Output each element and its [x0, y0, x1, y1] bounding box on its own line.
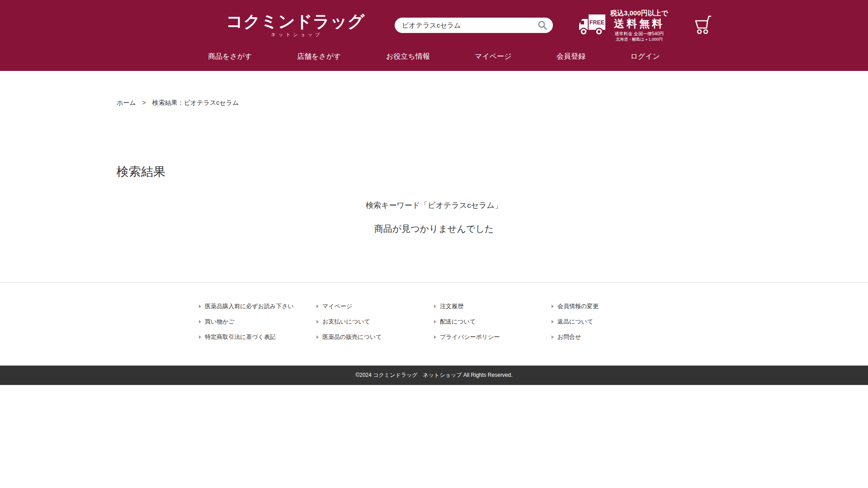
delivery-truck-icon: FREE	[578, 12, 607, 38]
footer-link-label: 買い物かご	[205, 318, 235, 325]
footer-links: 医薬品購入前に必ずお読み下さい 買い物かご 特定商取引法に基づく表記 マイページ…	[199, 283, 669, 366]
search-keyword-text: 検索キーワード「ビオテラスcセラム」	[117, 200, 751, 211]
chevron-right-icon	[434, 335, 436, 339]
breadcrumb-home-link[interactable]: ホーム	[117, 99, 136, 106]
footer-link-privacy-policy[interactable]: プライバシーポリシー	[434, 333, 552, 340]
chevron-right-icon	[316, 305, 319, 308]
search-box	[395, 18, 553, 33]
breadcrumb-current: 検索結果：ビオテラスcセラム	[152, 99, 239, 106]
footer-link-label: 医薬品の販売について	[322, 333, 382, 340]
breadcrumb: ホーム > 検索結果：ビオテラスcセラム	[117, 71, 751, 107]
footer-link-label: 特定商取引法に基づく表記	[205, 333, 276, 340]
footer-link-label: 医薬品購入前に必ずお読み下さい	[205, 303, 294, 310]
footer-link-returns[interactable]: 返品について	[552, 318, 669, 325]
truck-free-label: FREE	[590, 19, 604, 26]
footer-link-label: 注文履歴	[440, 303, 463, 310]
footer-link-mypage[interactable]: マイページ	[316, 303, 434, 310]
nav-item-products[interactable]: 商品をさがす	[208, 52, 252, 61]
footer-column-1: 医薬品購入前に必ずお読み下さい 買い物かご 特定商取引法に基づく表記	[199, 303, 316, 340]
nav-item-mypage[interactable]: マイページ	[475, 52, 512, 61]
free-shipping-banner: FREE 税込3,000円以上で 送料無料 通常料金 全国一律540円 北海道・…	[578, 9, 668, 42]
site-header: コクミンドラッグ ネットショップ FREE	[0, 0, 868, 71]
shipping-text: 税込3,000円以上で 送料無料 通常料金 全国一律540円 北海道・離島は＋1…	[610, 9, 668, 42]
footer-column-4: 会員情報の変更 返品について お問合せ	[552, 303, 669, 340]
main-content: 検索結果 検索キーワード「ビオテラスcセラム」 商品が見つかりませんでした	[117, 164, 751, 282]
footer-link-order-history[interactable]: 注文履歴	[434, 303, 552, 310]
logo-text: コクミンドラッグ	[226, 13, 365, 30]
chevron-right-icon	[434, 320, 436, 324]
footer-link-label: 返品について	[557, 318, 593, 325]
footer-link-shopping-cart[interactable]: 買い物かご	[199, 318, 316, 325]
search-icon[interactable]	[538, 20, 547, 30]
footer-link-contact[interactable]: お問合せ	[552, 333, 669, 340]
spacer	[117, 235, 751, 282]
footer-link-legal-notice[interactable]: 特定商取引法に基づく表記	[199, 333, 316, 340]
main-nav: 商品をさがす 店舗をさがす お役立ち情報 マイページ 会員登録 ログイン	[208, 46, 660, 67]
footer-link-delivery[interactable]: 配送について	[434, 318, 552, 325]
cart-icon	[692, 29, 712, 37]
shipping-normal-fee: 通常料金 全国一律540円	[610, 31, 668, 37]
no-results-message: 商品が見つかりませんでした	[117, 223, 751, 235]
chevron-right-icon	[552, 335, 554, 339]
copyright-text: ©2024 コクミンドラッグ ネットショップ All Rights Reserv…	[355, 371, 512, 379]
footer-link-medicine-purchase-notice[interactable]: 医薬品購入前に必ずお読み下さい	[199, 303, 316, 310]
footer-link-label: 会員情報の変更	[557, 303, 599, 310]
nav-item-login[interactable]: ログイン	[630, 52, 660, 61]
footer-link-label: マイページ	[322, 303, 352, 310]
header-top-row: コクミンドラッグ ネットショップ FREE	[208, 0, 660, 46]
footer-link-payment[interactable]: お支払いについて	[316, 318, 434, 325]
copyright-bar: ©2024 コクミンドラッグ ネットショップ All Rights Reserv…	[0, 366, 868, 385]
chevron-right-icon	[316, 335, 319, 339]
breadcrumb-separator: >	[142, 99, 146, 106]
chevron-right-icon	[199, 320, 201, 324]
footer-link-label: お問合せ	[557, 333, 581, 340]
chevron-right-icon	[552, 305, 554, 308]
cart-button[interactable]	[692, 14, 712, 37]
chevron-right-icon	[199, 305, 201, 308]
chevron-right-icon	[552, 320, 554, 324]
nav-item-register[interactable]: 会員登録	[557, 52, 585, 61]
footer-link-label: プライバシーポリシー	[440, 333, 500, 340]
nav-item-stores[interactable]: 店舗をさがす	[297, 52, 341, 61]
footer-column-2: マイページ お支払いについて 医薬品の販売について	[316, 303, 434, 340]
footer-link-medicine-sales[interactable]: 医薬品の販売について	[316, 333, 434, 340]
footer-link-member-info[interactable]: 会員情報の変更	[552, 303, 669, 310]
chevron-right-icon	[199, 335, 201, 339]
chevron-right-icon	[316, 320, 319, 324]
search-input[interactable]	[395, 18, 553, 33]
footer-link-label: お支払いについて	[322, 318, 370, 325]
site-footer: 医薬品購入前に必ずお読み下さい 買い物かご 特定商取引法に基づく表記 マイページ…	[0, 282, 868, 385]
page-title: 検索結果	[117, 164, 751, 180]
footer-link-label: 配送について	[440, 318, 476, 325]
chevron-right-icon	[434, 305, 436, 308]
shipping-condition: 税込3,000円以上で	[610, 9, 668, 17]
content-wrapper: ホーム > 検索結果：ビオテラスcセラム 検索結果 検索キーワード「ビオテラスc…	[117, 71, 751, 282]
logo[interactable]: コクミンドラッグ ネットショップ	[226, 13, 365, 38]
shipping-remote-fee: 北海道・離島は＋1,000円	[610, 37, 668, 42]
nav-item-useful-info[interactable]: お役立ち情報	[386, 52, 430, 61]
shipping-free-text: 送料無料	[610, 18, 668, 29]
logo-subtext: ネットショップ	[226, 32, 365, 38]
footer-column-3: 注文履歴 配送について プライバシーポリシー	[434, 303, 552, 340]
